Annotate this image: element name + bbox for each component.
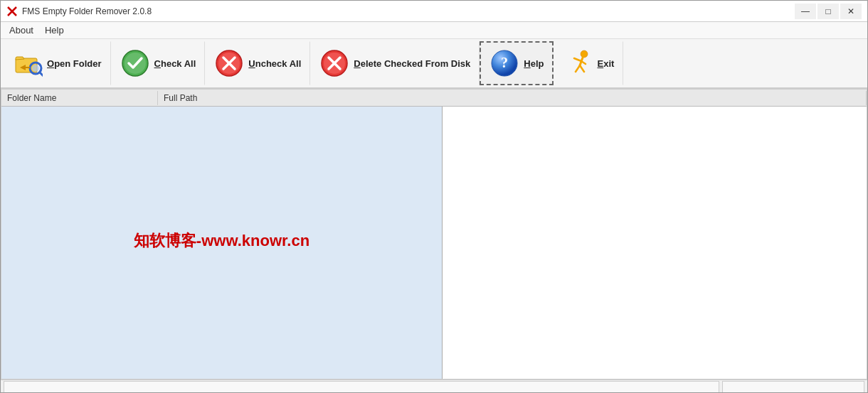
- open-folder-button[interactable]: Open Folder: [4, 41, 111, 85]
- exit-label: Exit: [597, 58, 614, 69]
- status-bar: [1, 379, 867, 393]
- content-area: Folder Name Full Path 知软博客-www.knowr.cn: [1, 89, 867, 379]
- delete-checked-button[interactable]: Delete Checked From Disk: [310, 41, 480, 85]
- column-header-full-path: Full Path: [158, 91, 867, 105]
- toolbar: Open Folder Check All Uncheck All Delete…: [1, 39, 867, 89]
- svg-line-23: [580, 65, 584, 72]
- exit-button[interactable]: Exit: [554, 41, 623, 85]
- uncheck-all-label: Uncheck All: [248, 58, 301, 69]
- maximize-button[interactable]: □: [817, 4, 839, 19]
- svg-line-20: [574, 58, 581, 61]
- open-folder-label: Open Folder: [47, 58, 102, 69]
- status-panel-secondary: [722, 381, 864, 394]
- svg-point-4: [32, 65, 39, 72]
- menu-help[interactable]: Help: [39, 23, 70, 38]
- close-button[interactable]: ✕: [840, 4, 862, 19]
- minimize-button[interactable]: —: [795, 4, 816, 19]
- check-all-label: Check All: [154, 58, 196, 69]
- table-header: Folder Name Full Path: [1, 90, 867, 107]
- svg-point-18: [581, 50, 588, 58]
- menu-bar: About Help: [1, 22, 867, 39]
- svg-line-21: [581, 61, 586, 64]
- folder-name-column[interactable]: 知软博客-www.knowr.cn: [1, 107, 443, 379]
- window-controls: — □ ✕: [795, 4, 862, 19]
- svg-line-22: [576, 65, 580, 72]
- table-body: 知软博客-www.knowr.cn: [1, 107, 867, 379]
- check-all-button[interactable]: Check All: [111, 41, 206, 85]
- delete-checked-label: Delete Checked From Disk: [354, 58, 470, 69]
- window-title: FMS Empty Folder Remover 2.0.8: [22, 6, 795, 16]
- column-header-folder-name: Folder Name: [1, 91, 158, 105]
- status-panel-main: [4, 381, 719, 394]
- help-button[interactable]: ? Help: [480, 41, 554, 85]
- svg-text:?: ?: [501, 55, 508, 70]
- watermark-text: 知软博客-www.knowr.cn: [134, 230, 309, 252]
- menu-about[interactable]: About: [4, 23, 39, 38]
- svg-line-5: [40, 72, 43, 76]
- full-path-column[interactable]: [443, 107, 867, 379]
- app-icon: [6, 6, 18, 17]
- uncheck-all-button[interactable]: Uncheck All: [205, 41, 310, 85]
- help-label: Help: [524, 58, 544, 69]
- title-bar: FMS Empty Folder Remover 2.0.8 — □ ✕: [1, 1, 867, 22]
